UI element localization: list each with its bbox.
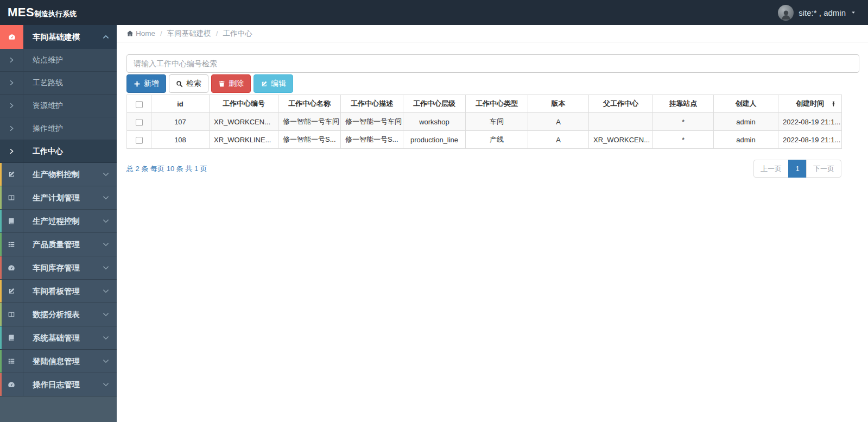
sidebar-item-6[interactable]: 数据分析报表 [0, 303, 117, 326]
column-header-2[interactable]: 工作中心名称 [278, 95, 341, 113]
subitem-label: 工作中心 [23, 147, 63, 156]
breadcrumb-item-2[interactable]: 工作中心 [223, 29, 252, 39]
chevron-down-icon [103, 288, 109, 294]
sidebar-subitem-1[interactable]: 工艺路线 [0, 72, 117, 95]
cell-创建时间: 2022-08-19 21:1... [778, 113, 842, 131]
user-menu[interactable]: site:* , admin [778, 5, 868, 21]
column-header-1[interactable]: 工作中心编号 [210, 95, 278, 113]
sidebar-item-5[interactable]: 车间看板管理 [0, 280, 117, 303]
color-strip [0, 163, 2, 186]
column-header-label: 挂靠站点 [669, 99, 698, 108]
chevron-down-icon [103, 241, 109, 248]
sidebar-item-label: 生产过程控制 [23, 216, 103, 226]
page-1-button[interactable]: 1 [788, 160, 807, 178]
color-strip [0, 233, 2, 256]
gauge-icon [8, 381, 15, 388]
sidebar-item-2[interactable]: 生产过程控制 [0, 210, 117, 233]
chevron-right-icon [9, 103, 15, 109]
chevron-down-icon [103, 194, 109, 201]
gauge-icon [8, 33, 16, 41]
pin-icon [831, 101, 837, 107]
sidebar-subitem-2[interactable]: 资源维护 [0, 95, 117, 117]
sidebar-item-9[interactable]: 操作日志管理 [0, 373, 117, 396]
column-header-label: 工作中心编号 [223, 99, 265, 108]
sidebar-item-8[interactable]: 登陆信息管理 [0, 350, 117, 373]
delete-button[interactable]: 删除 [211, 74, 251, 93]
sidebar-item-0[interactable]: 生产物料控制 [0, 163, 117, 186]
cell-工作中心名称: 修一智能一号车间 [278, 113, 341, 131]
add-button[interactable]: 新增 [126, 74, 166, 93]
subitem-label: 操作维护 [23, 124, 63, 134]
sidebar-item-workshop-modeling[interactable]: 车间基础建模 [0, 25, 117, 49]
column-header-7[interactable]: 父工作中心 [589, 95, 653, 113]
sidebar-item-label: 系统基础管理 [23, 333, 103, 343]
table-row-1[interactable]: 108XR_WORKLINE...修一智能一号S...修一智能一号S...pro… [127, 131, 842, 149]
chevron-down-icon [103, 218, 109, 224]
chevron-down-icon [103, 381, 109, 388]
column-header-label: 工作中心描述 [351, 99, 393, 108]
sidebar-submenu: 站点维护 工艺路线 资源维护 操作维护 工作中心 [0, 49, 117, 163]
cell-工作中心编号: XR_WORKCEN... [210, 113, 278, 131]
topbar: MES 制造执行系统 site:* , admin [0, 0, 868, 25]
select-all-checkbox[interactable] [136, 101, 143, 108]
column-header-label: 工作中心层级 [413, 99, 455, 108]
breadcrumb-separator: / [216, 29, 218, 37]
cell-挂靠站点: * [653, 131, 714, 149]
cell-id: 107 [151, 113, 210, 131]
list-icon-wrap [0, 233, 23, 256]
sidebar-subitem-3[interactable]: 操作维护 [0, 117, 117, 140]
cell-工作中心描述: 修一智能一号车间 [341, 113, 403, 131]
cell-父工作中心: XR_WORKCEN... [589, 131, 653, 149]
color-strip [0, 256, 2, 279]
chevron-right-icon [9, 80, 15, 86]
prev-page-button[interactable]: 上一页 [753, 160, 789, 178]
column-header-label: id [177, 100, 183, 108]
table-row-0[interactable]: 107XR_WORKCEN...修一智能一号车间修一智能一号车间workshop… [127, 113, 842, 131]
chevron-down-icon [103, 311, 109, 318]
breadcrumb-item-1[interactable]: 车间基础建模 [167, 29, 211, 39]
column-header-3[interactable]: 工作中心描述 [341, 95, 403, 113]
column-header-9[interactable]: 创建人 [714, 95, 778, 113]
sidebar-subitem-4[interactable]: 工作中心 [0, 140, 117, 163]
table-header-row: id工作中心编号工作中心名称工作中心描述工作中心层级工作中心类型版本父工作中心挂… [127, 95, 842, 113]
breadcrumb-item-0[interactable]: Home [126, 29, 155, 37]
search-button[interactable]: 检索 [169, 74, 208, 93]
sidebar-item-7[interactable]: 系统基础管理 [0, 326, 117, 350]
cell-版本: A [528, 113, 589, 131]
row-checkbox[interactable] [136, 137, 143, 144]
color-strip [0, 210, 2, 232]
column-header-label: 创建时间 [796, 99, 824, 108]
row-checkbox[interactable] [136, 119, 143, 126]
sidebar-item-label: 数据分析报表 [23, 310, 103, 320]
book-icon-wrap [0, 210, 23, 232]
cell-创建人: admin [714, 113, 778, 131]
search-input[interactable] [126, 54, 859, 73]
cell-父工作中心 [589, 113, 653, 131]
cell-工作中心类型: 产线 [466, 131, 528, 149]
sidebar-item-label: 车间基础建模 [23, 32, 103, 42]
chevron-down-icon [103, 358, 109, 364]
column-header-0[interactable]: id [151, 95, 210, 113]
breadcrumb: Home/车间基础建模/工作中心 [117, 25, 868, 42]
column-header-8[interactable]: 挂靠站点 [653, 95, 714, 113]
record-summary: 总 2 条 每页 10 条 共 1 页 [126, 164, 207, 174]
column-header-10[interactable]: 创建时间 [778, 95, 842, 113]
list-icon [8, 241, 15, 248]
column-header-4[interactable]: 工作中心层级 [403, 95, 466, 113]
content: 新增 检索 删除 编辑 id工作中心编号工作中心名称工作中心描述工作中心层级工作… [117, 42, 868, 178]
sidebar-subitem-0[interactable]: 站点维护 [0, 49, 117, 72]
edit-button[interactable]: 编辑 [254, 74, 293, 93]
column-header-5[interactable]: 工作中心类型 [466, 95, 528, 113]
next-page-button[interactable]: 下一页 [806, 160, 841, 178]
sidebar-parent-items: 生产物料控制 生产计划管理 生产过程控制 产品质量管理 车间库存管理 车间看板管… [0, 163, 117, 396]
chevron-right-icon [9, 148, 15, 154]
sidebar-item-3[interactable]: 产品质量管理 [0, 233, 117, 256]
sidebar-item-4[interactable]: 车间库存管理 [0, 256, 117, 280]
chevron-right-icon-wrap [0, 72, 23, 94]
column-header-6[interactable]: 版本 [528, 95, 589, 113]
sidebar-item-label: 车间看板管理 [23, 286, 103, 297]
chevron-down-icon [103, 264, 109, 271]
sidebar-item-1[interactable]: 生产计划管理 [0, 186, 117, 210]
gauge-icon-wrap [0, 256, 23, 279]
cell-工作中心层级: workshop [403, 113, 466, 131]
